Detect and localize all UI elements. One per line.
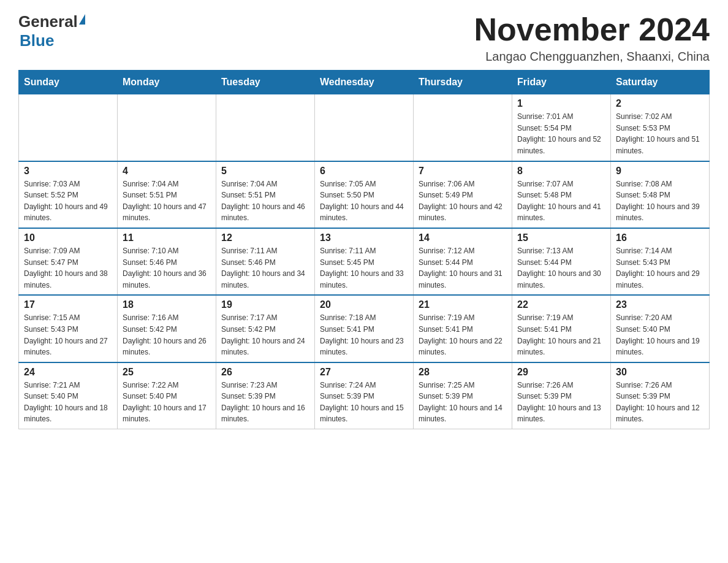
day-info: Sunrise: 7:07 AM Sunset: 5:48 PM Dayligh… xyxy=(517,178,605,224)
calendar-week-row: 24Sunrise: 7:21 AM Sunset: 5:40 PM Dayli… xyxy=(19,362,710,429)
day-number: 12 xyxy=(221,232,309,243)
day-number: 29 xyxy=(517,367,605,378)
day-number: 25 xyxy=(123,367,211,378)
title-area: November 2024 Langao Chengguanzhen, Shaa… xyxy=(474,12,710,64)
day-number: 13 xyxy=(320,232,408,243)
day-number: 16 xyxy=(616,232,704,243)
day-info: Sunrise: 7:20 AM Sunset: 5:40 PM Dayligh… xyxy=(616,312,704,358)
calendar-header-sunday: Sunday xyxy=(19,71,118,94)
calendar-cell: 26Sunrise: 7:23 AM Sunset: 5:39 PM Dayli… xyxy=(216,362,315,429)
calendar-cell: 30Sunrise: 7:26 AM Sunset: 5:39 PM Dayli… xyxy=(611,362,710,429)
day-info: Sunrise: 7:10 AM Sunset: 5:46 PM Dayligh… xyxy=(123,245,211,291)
page-header: General Blue November 2024 Langao Chengg… xyxy=(18,12,710,64)
logo-triangle-icon xyxy=(79,14,85,25)
day-info: Sunrise: 7:17 AM Sunset: 5:42 PM Dayligh… xyxy=(221,312,309,358)
day-number: 30 xyxy=(616,367,704,378)
calendar-cell xyxy=(315,94,414,161)
calendar-cell: 5Sunrise: 7:04 AM Sunset: 5:51 PM Daylig… xyxy=(216,161,315,228)
calendar-cell: 13Sunrise: 7:11 AM Sunset: 5:45 PM Dayli… xyxy=(315,228,414,295)
day-info: Sunrise: 7:03 AM Sunset: 5:52 PM Dayligh… xyxy=(24,178,112,224)
day-info: Sunrise: 7:26 AM Sunset: 5:39 PM Dayligh… xyxy=(517,380,605,425)
day-number: 24 xyxy=(24,367,112,378)
calendar-header-wednesday: Wednesday xyxy=(315,71,414,94)
day-info: Sunrise: 7:24 AM Sunset: 5:39 PM Dayligh… xyxy=(320,380,408,425)
calendar-cell: 1Sunrise: 7:01 AM Sunset: 5:54 PM Daylig… xyxy=(512,94,611,161)
calendar-table: SundayMondayTuesdayWednesdayThursdayFrid… xyxy=(18,70,710,429)
calendar-cell: 10Sunrise: 7:09 AM Sunset: 5:47 PM Dayli… xyxy=(19,228,118,295)
calendar-cell: 17Sunrise: 7:15 AM Sunset: 5:43 PM Dayli… xyxy=(19,295,118,362)
calendar-cell: 29Sunrise: 7:26 AM Sunset: 5:39 PM Dayli… xyxy=(512,362,611,429)
calendar-header-monday: Monday xyxy=(118,71,216,94)
calendar-cell: 18Sunrise: 7:16 AM Sunset: 5:42 PM Dayli… xyxy=(118,295,216,362)
calendar-cell: 16Sunrise: 7:14 AM Sunset: 5:43 PM Dayli… xyxy=(611,228,710,295)
calendar-cell: 20Sunrise: 7:18 AM Sunset: 5:41 PM Dayli… xyxy=(315,295,414,362)
day-number: 5 xyxy=(221,166,309,177)
day-number: 18 xyxy=(123,299,211,310)
day-number: 2 xyxy=(616,98,704,109)
day-number: 23 xyxy=(616,299,704,310)
calendar-header-thursday: Thursday xyxy=(414,71,512,94)
day-number: 27 xyxy=(320,367,408,378)
day-info: Sunrise: 7:11 AM Sunset: 5:45 PM Dayligh… xyxy=(320,245,408,291)
calendar-cell: 14Sunrise: 7:12 AM Sunset: 5:44 PM Dayli… xyxy=(414,228,512,295)
calendar-cell: 3Sunrise: 7:03 AM Sunset: 5:52 PM Daylig… xyxy=(19,161,118,228)
calendar-header-saturday: Saturday xyxy=(611,71,710,94)
day-info: Sunrise: 7:01 AM Sunset: 5:54 PM Dayligh… xyxy=(517,111,605,156)
calendar-cell: 8Sunrise: 7:07 AM Sunset: 5:48 PM Daylig… xyxy=(512,161,611,228)
day-info: Sunrise: 7:04 AM Sunset: 5:51 PM Dayligh… xyxy=(123,178,211,224)
day-number: 22 xyxy=(517,299,605,310)
day-info: Sunrise: 7:23 AM Sunset: 5:39 PM Dayligh… xyxy=(221,380,309,425)
day-number: 26 xyxy=(221,367,309,378)
calendar-cell xyxy=(19,94,118,161)
calendar-cell: 12Sunrise: 7:11 AM Sunset: 5:46 PM Dayli… xyxy=(216,228,315,295)
calendar-cell: 21Sunrise: 7:19 AM Sunset: 5:41 PM Dayli… xyxy=(414,295,512,362)
calendar-week-row: 17Sunrise: 7:15 AM Sunset: 5:43 PM Dayli… xyxy=(19,295,710,362)
calendar-cell: 4Sunrise: 7:04 AM Sunset: 5:51 PM Daylig… xyxy=(118,161,216,228)
day-number: 7 xyxy=(419,166,507,177)
calendar-cell xyxy=(216,94,315,161)
day-info: Sunrise: 7:08 AM Sunset: 5:48 PM Dayligh… xyxy=(616,178,704,224)
calendar-cell: 24Sunrise: 7:21 AM Sunset: 5:40 PM Dayli… xyxy=(19,362,118,429)
day-info: Sunrise: 7:05 AM Sunset: 5:50 PM Dayligh… xyxy=(320,178,408,224)
day-number: 15 xyxy=(517,232,605,243)
day-info: Sunrise: 7:25 AM Sunset: 5:39 PM Dayligh… xyxy=(419,380,507,425)
logo-blue: Blue xyxy=(20,31,54,50)
day-info: Sunrise: 7:26 AM Sunset: 5:39 PM Dayligh… xyxy=(616,380,704,425)
day-info: Sunrise: 7:14 AM Sunset: 5:43 PM Dayligh… xyxy=(616,245,704,291)
day-number: 1 xyxy=(517,98,605,109)
day-number: 10 xyxy=(24,232,112,243)
calendar-cell: 22Sunrise: 7:19 AM Sunset: 5:41 PM Dayli… xyxy=(512,295,611,362)
calendar-header-friday: Friday xyxy=(512,71,611,94)
calendar-cell: 6Sunrise: 7:05 AM Sunset: 5:50 PM Daylig… xyxy=(315,161,414,228)
day-info: Sunrise: 7:04 AM Sunset: 5:51 PM Dayligh… xyxy=(221,178,309,224)
calendar-cell: 23Sunrise: 7:20 AM Sunset: 5:40 PM Dayli… xyxy=(611,295,710,362)
day-number: 19 xyxy=(221,299,309,310)
calendar-week-row: 1Sunrise: 7:01 AM Sunset: 5:54 PM Daylig… xyxy=(19,94,710,161)
calendar-cell: 15Sunrise: 7:13 AM Sunset: 5:44 PM Dayli… xyxy=(512,228,611,295)
calendar-cell: 7Sunrise: 7:06 AM Sunset: 5:49 PM Daylig… xyxy=(414,161,512,228)
day-number: 4 xyxy=(123,166,211,177)
calendar-header-tuesday: Tuesday xyxy=(216,71,315,94)
calendar-cell: 2Sunrise: 7:02 AM Sunset: 5:53 PM Daylig… xyxy=(611,94,710,161)
day-number: 21 xyxy=(419,299,507,310)
day-info: Sunrise: 7:16 AM Sunset: 5:42 PM Dayligh… xyxy=(123,312,211,358)
calendar-header-row: SundayMondayTuesdayWednesdayThursdayFrid… xyxy=(19,71,710,94)
logo: General Blue xyxy=(18,12,85,50)
calendar-week-row: 10Sunrise: 7:09 AM Sunset: 5:47 PM Dayli… xyxy=(19,228,710,295)
day-number: 28 xyxy=(419,367,507,378)
day-info: Sunrise: 7:21 AM Sunset: 5:40 PM Dayligh… xyxy=(24,380,112,425)
day-info: Sunrise: 7:02 AM Sunset: 5:53 PM Dayligh… xyxy=(616,111,704,156)
calendar-cell: 9Sunrise: 7:08 AM Sunset: 5:48 PM Daylig… xyxy=(611,161,710,228)
day-info: Sunrise: 7:06 AM Sunset: 5:49 PM Dayligh… xyxy=(419,178,507,224)
day-info: Sunrise: 7:15 AM Sunset: 5:43 PM Dayligh… xyxy=(24,312,112,358)
day-number: 11 xyxy=(123,232,211,243)
day-number: 20 xyxy=(320,299,408,310)
day-number: 14 xyxy=(419,232,507,243)
day-info: Sunrise: 7:09 AM Sunset: 5:47 PM Dayligh… xyxy=(24,245,112,291)
day-info: Sunrise: 7:19 AM Sunset: 5:41 PM Dayligh… xyxy=(517,312,605,358)
day-number: 9 xyxy=(616,166,704,177)
calendar-cell: 28Sunrise: 7:25 AM Sunset: 5:39 PM Dayli… xyxy=(414,362,512,429)
day-info: Sunrise: 7:11 AM Sunset: 5:46 PM Dayligh… xyxy=(221,245,309,291)
day-info: Sunrise: 7:18 AM Sunset: 5:41 PM Dayligh… xyxy=(320,312,408,358)
month-year-title: November 2024 xyxy=(474,12,710,47)
